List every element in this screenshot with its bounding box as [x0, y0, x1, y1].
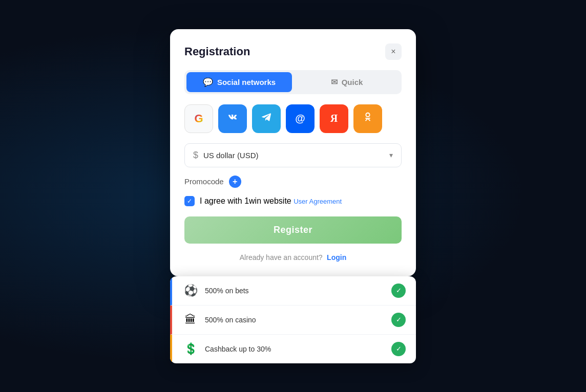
modal-header: Registration × [184, 43, 402, 60]
bets-bonus-text: 500% on bets [205, 287, 385, 295]
chevron-down-icon: ▾ [389, 151, 393, 159]
close-button[interactable]: × [385, 43, 402, 60]
google-icon: G [194, 112, 203, 125]
user-agreement-link[interactable]: User Agreement [294, 198, 342, 205]
register-button[interactable]: Register [184, 216, 402, 244]
casino-check-icon: ✓ [391, 313, 406, 327]
bonus-panel: ⚽ 500% on bets ✓ 🏛 500% on casino ✓ 💲 Ca… [170, 276, 416, 363]
bets-check-icon: ✓ [391, 284, 406, 298]
tab-quick[interactable]: ✉ Quick [294, 72, 400, 92]
quick-icon: ✉ [331, 77, 338, 87]
casino-emoji-icon: 🏛 [182, 313, 199, 326]
center-container: Registration × 💬 Social networks ✉ Quick… [170, 29, 416, 363]
mailru-icon: @ [295, 113, 305, 124]
yandex-login-button[interactable]: Я [320, 104, 348, 133]
vk-icon [226, 111, 239, 126]
telegram-icon [260, 111, 273, 126]
modal-title: Registration [184, 45, 250, 58]
agreement-checkbox[interactable]: ✓ [184, 196, 195, 206]
tab-social-networks[interactable]: 💬 Social networks [186, 72, 292, 92]
vk-login-button[interactable] [218, 104, 247, 133]
login-prompt-text: Already have an account? [240, 253, 323, 262]
casino-bonus-text: 500% on casino [205, 316, 385, 324]
mailru-login-button[interactable]: @ [286, 104, 315, 133]
login-link[interactable]: Login [327, 253, 346, 262]
bonus-item-bets: ⚽ 500% on bets ✓ [170, 276, 416, 306]
bonus-item-casino: 🏛 500% on casino ✓ [170, 306, 416, 335]
cashback-bonus-text: Cashback up to 30% [205, 345, 385, 353]
social-networks-icon: 💬 [203, 77, 213, 87]
promocode-label: Promocode [184, 177, 224, 186]
tab-social-label: Social networks [217, 78, 276, 86]
tab-bar: 💬 Social networks ✉ Quick [184, 70, 402, 94]
telegram-login-button[interactable] [252, 104, 281, 133]
currency-value: US dollar (USD) [203, 151, 384, 160]
social-buttons-grid: G @ Я [184, 104, 402, 133]
agreement-text: I agree with 1win website User Agreement [200, 197, 342, 206]
dollar-icon: $ [193, 150, 198, 161]
promocode-row: Promocode + [184, 176, 402, 188]
google-login-button[interactable]: G [184, 104, 213, 133]
ok-login-button[interactable] [353, 104, 382, 133]
tab-quick-label: Quick [342, 78, 363, 86]
login-row: Already have an account? Login [184, 253, 402, 262]
promocode-add-button[interactable]: + [229, 176, 241, 188]
agreement-row: ✓ I agree with 1win website User Agreeme… [184, 196, 402, 206]
bets-emoji-icon: ⚽ [182, 284, 199, 297]
cashback-check-icon: ✓ [391, 342, 406, 356]
bonus-item-cashback: 💲 Cashback up to 30% ✓ [170, 335, 416, 363]
cashback-emoji-icon: 💲 [182, 342, 199, 356]
currency-selector[interactable]: $ US dollar (USD) ▾ [184, 143, 402, 167]
registration-modal: Registration × 💬 Social networks ✉ Quick… [170, 29, 416, 276]
yandex-icon: Я [330, 113, 338, 124]
ok-icon [362, 112, 373, 126]
